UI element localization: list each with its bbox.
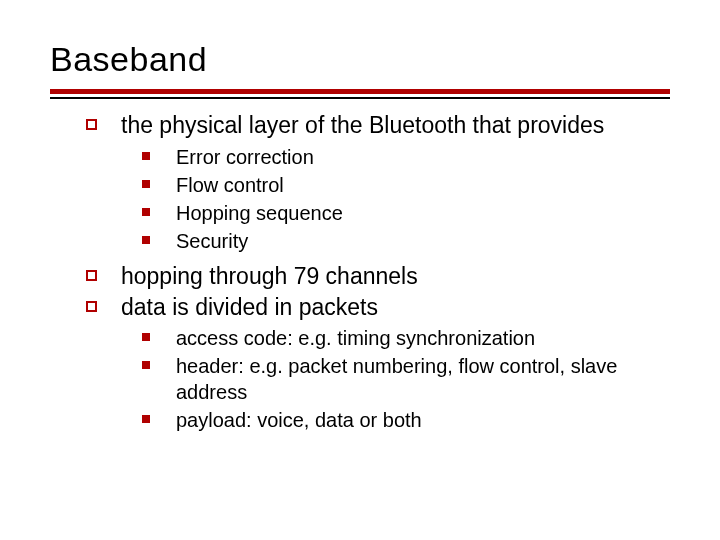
bullet-level2: access code: e.g. timing synchronization…: [86, 325, 660, 433]
list-item: header: e.g. packet numbering, flow cont…: [142, 353, 660, 405]
list-item: hopping through 79 channels: [86, 262, 660, 291]
square-open-icon: [86, 119, 97, 130]
square-open-icon: [86, 270, 97, 281]
square-fill-icon: [142, 236, 150, 244]
list-item: access code: e.g. timing synchronization: [142, 325, 660, 351]
list-item: Error correction: [142, 144, 660, 170]
title-block: Baseband: [0, 0, 720, 99]
rule-red: [50, 89, 670, 94]
bullet-text: Hopping sequence: [176, 200, 660, 226]
list-item: Flow control: [142, 172, 660, 198]
list-item: data is divided in packets: [86, 293, 660, 322]
bullet-text: payload: voice, data or both: [176, 407, 660, 433]
list-item: Security: [142, 228, 660, 254]
square-open-icon: [86, 301, 97, 312]
list-item: payload: voice, data or both: [142, 407, 660, 433]
bullet-text: access code: e.g. timing synchronization: [176, 325, 660, 351]
bullet-text: the physical layer of the Bluetooth that…: [121, 111, 660, 140]
body-area: the physical layer of the Bluetooth that…: [0, 99, 720, 433]
bullet-text: header: e.g. packet numbering, flow cont…: [176, 353, 660, 405]
list-item: Hopping sequence: [142, 200, 660, 226]
bullet-text: hopping through 79 channels: [121, 262, 660, 291]
bullet-text: data is divided in packets: [121, 293, 660, 322]
square-fill-icon: [142, 208, 150, 216]
title-rule: [50, 89, 670, 99]
square-fill-icon: [142, 180, 150, 188]
slide: Baseband the physical layer of the Bluet…: [0, 0, 720, 540]
bullet-level1: data is divided in packets: [86, 293, 660, 322]
bullet-text: Security: [176, 228, 660, 254]
slide-title: Baseband: [50, 40, 670, 79]
square-fill-icon: [142, 415, 150, 423]
square-fill-icon: [142, 333, 150, 341]
bullet-level1: hopping through 79 channels: [86, 262, 660, 291]
square-fill-icon: [142, 361, 150, 369]
list-item: the physical layer of the Bluetooth that…: [86, 111, 660, 140]
bullet-text: Error correction: [176, 144, 660, 170]
square-fill-icon: [142, 152, 150, 160]
bullet-level2: Error correction Flow control Hopping se…: [86, 144, 660, 254]
bullet-level1: the physical layer of the Bluetooth that…: [86, 111, 660, 140]
bullet-text: Flow control: [176, 172, 660, 198]
